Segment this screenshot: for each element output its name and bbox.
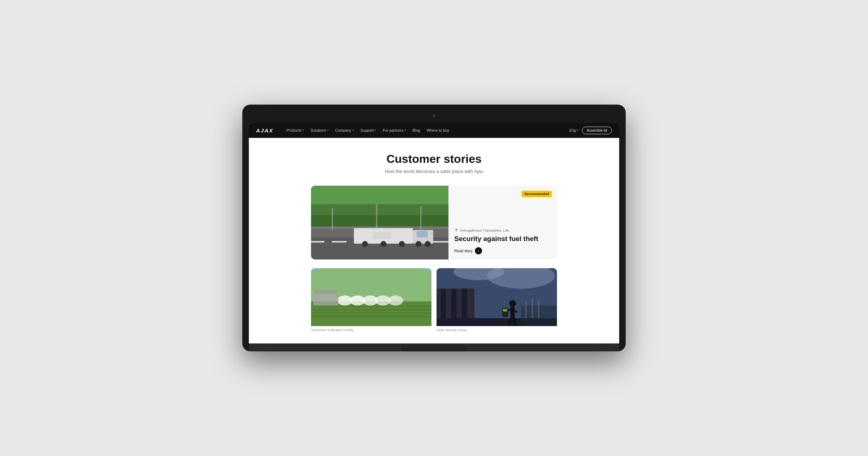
story-card-mushroom[interactable]: Mushroom Cultivation Facility [311,268,431,333]
featured-story-content: Recommended 📍 Portugalenses Transportes,… [448,186,557,259]
svg-rect-29 [311,305,431,307]
svg-rect-32 [311,316,431,317]
svg-rect-38 [313,293,339,305]
location-icon: 📍 [454,229,458,232]
page-header: Customer stories How the world becomes a… [256,152,612,174]
svg-point-21 [380,241,386,247]
nav-products[interactable]: Products ▾ [284,126,307,134]
laptop-screen: AJAX Products ▾ Solutions ▾ Company ▾ Su… [249,123,619,343]
camera-bar [249,111,619,121]
svg-point-37 [388,295,403,305]
read-story-button[interactable]: Read story › [454,247,551,254]
assemble-kit-button[interactable]: Assemble kit [582,127,612,134]
svg-rect-7 [332,241,346,242]
svg-rect-19 [417,231,428,237]
nav-links: Products ▾ Solutions ▾ Company ▾ Support… [284,126,570,134]
chevron-down-icon: ▾ [375,129,376,132]
featured-story-card[interactable]: Recommended 📍 Portugalenses Transportes,… [311,186,557,259]
svg-rect-58 [532,299,533,318]
nav-where-to-buy[interactable]: Where to buy [424,126,452,134]
laptop-frame: AJAX Products ▾ Solutions ▾ Company ▾ Su… [242,105,626,351]
chevron-down-icon: ▾ [327,129,329,132]
arrow-right-icon: › [475,247,482,254]
chevron-down-icon: ▾ [405,129,406,132]
svg-rect-16 [420,206,421,230]
svg-rect-6 [311,241,324,242]
recommended-badge: Recommended [522,191,552,197]
svg-point-23 [416,241,421,247]
svg-rect-55 [503,309,507,312]
svg-rect-25 [373,232,391,239]
svg-point-24 [425,241,430,247]
navbar: AJAX Products ▾ Solutions ▾ Company ▾ Su… [249,123,619,138]
svg-rect-2 [311,215,448,227]
svg-rect-30 [311,309,431,311]
security-facility-image [437,268,557,326]
story-grid: Mushroom Cultivation Facility [311,268,557,333]
chevron-down-icon: ▾ [353,129,354,132]
camera [433,114,435,117]
svg-point-20 [362,241,368,247]
svg-rect-3 [311,186,448,204]
svg-point-22 [399,241,405,247]
svg-rect-14 [332,208,333,230]
laptop-base [249,343,619,351]
nav-partners[interactable]: For partners ▾ [380,126,409,134]
svg-rect-39 [314,290,337,294]
svg-rect-12 [435,241,448,242]
story-company: 📍 Portugalenses Transportes, Lda [454,228,551,232]
nav-support[interactable]: Support ▾ [358,126,379,134]
nav-logo: AJAX [256,127,273,134]
story-card-caption-security: Solar Security Group [437,326,557,333]
story-card-caption-mushroom: Mushroom Cultivation Facility [311,326,431,333]
chevron-down-icon: ▾ [577,129,578,132]
page-subtitle: How the world becomes a safer place with… [256,169,612,174]
nav-right: Eng ▾ Assemble kit [570,127,612,134]
language-selector[interactable]: Eng ▾ [570,128,579,132]
page-content: Customer stories How the world becomes a… [249,138,619,343]
story-title: Security against fuel theft [454,235,551,244]
featured-story-image [311,186,448,259]
mushroom-facility-image [311,268,431,326]
page-title: Customer stories [256,152,612,166]
nav-solutions[interactable]: Solutions ▾ [307,126,331,134]
nav-company[interactable]: Company ▾ [332,126,357,134]
chevron-down-icon: ▾ [302,129,304,132]
story-card-security[interactable]: Solar Security Group [437,268,557,333]
svg-point-48 [509,300,516,307]
svg-rect-31 [311,312,431,314]
svg-rect-59 [538,300,539,318]
nav-blog[interactable]: Blog [410,126,423,134]
svg-rect-15 [376,204,377,230]
svg-rect-57 [525,301,527,318]
